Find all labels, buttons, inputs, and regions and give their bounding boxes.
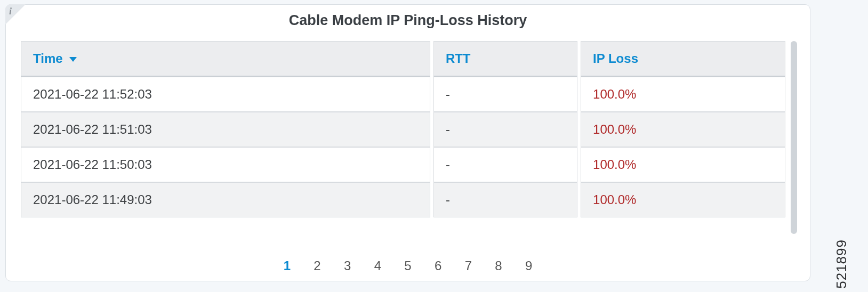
table-row: 2021-06-22 11:50:03 - 100.0% bbox=[21, 147, 785, 182]
column-header-rtt-label: RTT bbox=[446, 51, 471, 66]
table-row: 2021-06-22 11:51:03 - 100.0% bbox=[21, 112, 785, 147]
page-link-5[interactable]: 5 bbox=[402, 258, 414, 273]
cell-rtt: - bbox=[433, 77, 577, 112]
panel-title: Cable Modem IP Ping-Loss History bbox=[6, 5, 810, 38]
page-link-8[interactable]: 8 bbox=[493, 258, 504, 273]
cell-loss: 100.0% bbox=[581, 112, 785, 147]
page-link-9[interactable]: 9 bbox=[523, 258, 535, 273]
ping-loss-history-panel: i Cable Modem IP Ping-Loss History Time … bbox=[5, 4, 810, 281]
cell-time: 2021-06-22 11:52:03 bbox=[21, 77, 430, 112]
column-header-time-label: Time bbox=[33, 51, 63, 66]
ping-loss-table: Time RTT IP Loss 2021-06-22 11:52:03 bbox=[18, 41, 789, 217]
page-link-6[interactable]: 6 bbox=[432, 258, 444, 273]
vertical-scrollbar[interactable] bbox=[791, 41, 797, 234]
column-header-time[interactable]: Time bbox=[21, 41, 430, 77]
cell-rtt: - bbox=[433, 147, 577, 182]
table-header-row: Time RTT IP Loss bbox=[21, 41, 785, 77]
column-header-rtt[interactable]: RTT bbox=[433, 41, 577, 77]
page-link-3[interactable]: 3 bbox=[342, 258, 353, 273]
cell-loss: 100.0% bbox=[581, 77, 785, 112]
page-link-7[interactable]: 7 bbox=[462, 258, 474, 273]
page-link-2[interactable]: 2 bbox=[311, 258, 323, 273]
table-row: 2021-06-22 11:52:03 - 100.0% bbox=[21, 77, 785, 112]
cell-time: 2021-06-22 11:49:03 bbox=[21, 182, 430, 217]
table-row: 2021-06-22 11:49:03 - 100.0% bbox=[21, 182, 785, 217]
page-link-4[interactable]: 4 bbox=[372, 258, 383, 273]
panel-corner bbox=[5, 4, 26, 25]
info-icon[interactable]: i bbox=[9, 6, 12, 17]
column-header-loss[interactable]: IP Loss bbox=[581, 41, 785, 77]
cell-rtt: - bbox=[433, 182, 577, 217]
cell-time: 2021-06-22 11:51:03 bbox=[21, 112, 430, 147]
document-id: 521899 bbox=[833, 239, 850, 289]
cell-time: 2021-06-22 11:50:03 bbox=[21, 147, 430, 182]
cell-loss: 100.0% bbox=[581, 147, 785, 182]
sort-desc-icon bbox=[69, 57, 77, 62]
column-header-loss-label: IP Loss bbox=[593, 51, 638, 66]
table-scroll-area: Time RTT IP Loss 2021-06-22 11:52:03 bbox=[18, 41, 798, 244]
cell-loss: 100.0% bbox=[581, 182, 785, 217]
cell-rtt: - bbox=[433, 112, 577, 147]
page-link-1[interactable]: 1 bbox=[281, 258, 293, 273]
pagination: 1 2 3 4 5 6 7 8 9 bbox=[6, 258, 810, 273]
